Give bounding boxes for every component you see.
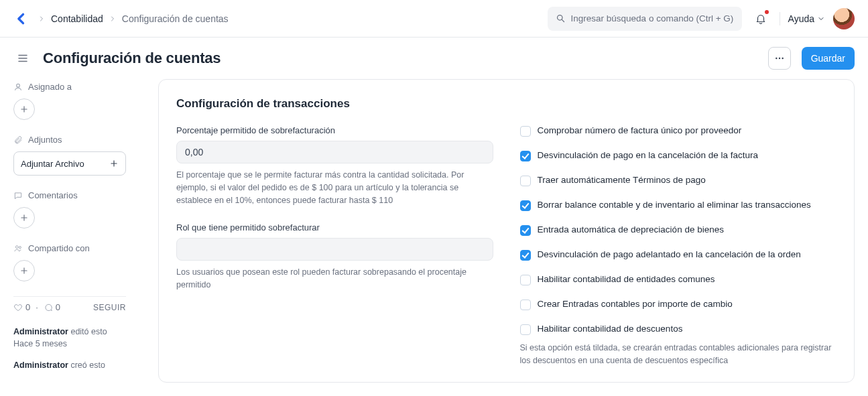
sidebar-toggle[interactable] [13,49,32,68]
shared-with-label: Compartido con [13,243,147,253]
attach-file-button[interactable]: Adjuntar Archivo [13,151,126,176]
avatar[interactable] [833,8,855,29]
shared-label-text: Compartido con [28,243,90,253]
over-billing-role-label: Rol que tiene permitido sobrefacturar [176,222,493,233]
over-billing-pct-label: Porcentaje permitido de sobrefacturación [176,125,493,135]
breadcrumb-current: Configuración de cuentas [122,13,229,24]
more-actions-button[interactable] [768,47,791,70]
svg-point-3 [782,58,783,59]
breadcrumb: Contabilidad Configuración de cuentas [38,13,540,24]
follow-button[interactable]: SEGUIR [93,303,126,312]
plus-icon [109,159,119,168]
heart-icon [13,303,23,312]
over-billing-pct-help: El porcentaje que se le permite facturar… [176,169,493,206]
checkbox-row: Entrada automática de depreciación de bi… [520,224,837,236]
comment-icon [13,191,23,200]
like-button[interactable]: 0 [13,302,30,312]
search-placeholder: Ingresar búsqueda o comando (Ctrl + G) [571,13,734,23]
checkbox-label: Traer automáticamente Términos de pago [538,175,706,185]
comments-label-text: Comentarios [28,190,78,200]
checkbox[interactable] [520,225,531,236]
users-icon [13,244,23,253]
svg-point-4 [17,84,20,87]
checkbox[interactable] [520,300,531,310]
assigned-label-text: Asignado a [28,82,72,92]
checkbox-label: Entrada automática de depreciación de bi… [538,224,724,235]
svg-point-6 [19,246,21,248]
timeline-create-user: Administrator [13,360,68,370]
add-comment-button[interactable] [13,207,35,228]
svg-point-2 [778,58,780,59]
checkbox[interactable] [520,324,531,335]
like-count: 0 [25,302,30,312]
comment-count-button[interactable]: 0 [44,302,60,312]
dot-separator: · [36,302,38,312]
checkbox[interactable] [520,126,531,137]
checkbox-row: Borrar balance contable y de inventario … [520,200,837,211]
page-title: Configuración de cuentas [43,50,757,67]
search-input[interactable]: Ingresar búsqueda o comando (Ctrl + G) [548,7,742,31]
timeline-create-verb: creó esto [70,360,105,370]
over-billing-pct-input[interactable] [176,141,493,163]
checkbox-row: Desvinculación de pago adelantado en la … [520,249,837,261]
checkbox-label: Comprobar número de factura único por pr… [538,125,742,135]
checkbox-label: Desvinculación de pago en la cancelación… [538,150,758,160]
checkbox-row: Habilitar contabilidad de entidades comu… [520,274,837,285]
checkbox[interactable] [520,176,531,186]
help-label: Ayuda [788,13,814,24]
notifications-button[interactable] [750,8,771,29]
checkbox-row: Desvinculación de pago en la cancelación… [520,150,837,161]
user-icon [13,82,23,92]
discount-help-text: Si esta opción está tildada, se crearán … [520,342,837,367]
checkbox[interactable] [520,200,531,211]
checkbox-label: Desvinculación de pago adelantado en la … [538,249,801,259]
svg-point-5 [15,245,18,248]
search-icon [556,13,566,23]
svg-point-1 [776,58,777,59]
checkbox-row: Habilitar contabilidad de descuentos [520,324,837,335]
checkbox-label: Crear Entradas contables por importe de … [538,299,733,309]
timeline-edit-entry: Administrator editó esto [13,326,147,338]
checkbox[interactable] [520,151,531,161]
attachments-label-text: Adjuntos [28,135,62,145]
checkbox-label: Habilitar contabilidad de descuentos [538,324,683,334]
divider [780,12,780,25]
save-button[interactable]: Guardar [802,47,855,70]
timeline-edit-verb: editó esto [70,327,107,336]
svg-point-0 [557,15,562,21]
comments-label: Comentarios [13,190,147,200]
checkbox-row: Crear Entradas contables por importe de … [520,299,837,310]
speech-icon [44,303,53,312]
help-menu[interactable]: Ayuda [788,13,825,24]
breadcrumb-parent[interactable]: Contabilidad [51,13,103,24]
chevron-right-icon [38,15,46,23]
chevron-right-icon [109,15,117,23]
timeline-create-entry: Administrator creó esto [13,359,147,371]
checkbox-label: Habilitar contabilidad de entidades comu… [538,274,715,284]
add-share-button[interactable] [13,260,35,281]
chevron-down-icon [817,15,825,23]
attach-btn-label: Adjuntar Archivo [21,159,84,169]
timeline-edit-user: Administrator [13,327,68,336]
over-billing-role-help: Los usuarios que posean este rol pueden … [176,266,493,291]
timeline-edit-time: Hace 5 meses [13,338,147,350]
attachments-label: Adjuntos [13,135,147,145]
paperclip-icon [13,135,23,145]
section-title: Configuración de transacciones [176,97,836,111]
checkbox-label: Borrar balance contable y de inventario … [538,200,811,210]
checkbox[interactable] [520,250,531,261]
logo[interactable] [13,11,29,27]
checkbox[interactable] [520,275,531,285]
checkbox-row: Comprobar número de factura único por pr… [520,125,837,137]
over-billing-role-input[interactable] [176,238,493,261]
assigned-to-label: Asignado a [13,82,147,92]
add-assignee-button[interactable] [13,98,35,120]
comment-count: 0 [56,302,60,312]
checkbox-row: Traer automáticamente Términos de pago [520,175,837,186]
